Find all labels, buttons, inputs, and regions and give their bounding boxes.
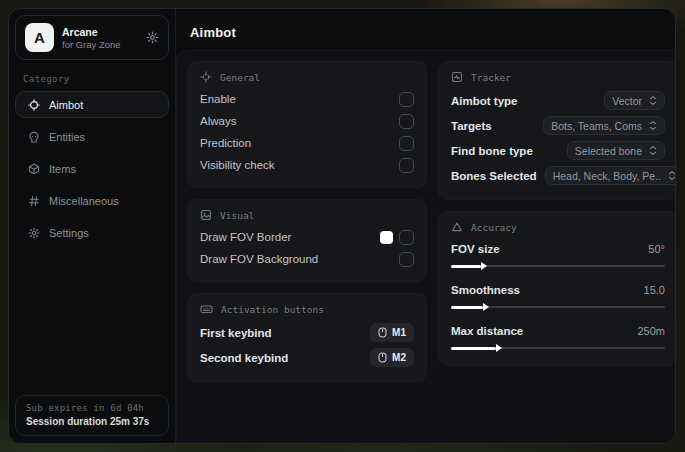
prediction-checkbox[interactable] (399, 136, 414, 151)
setting-row: Always (200, 110, 414, 132)
triangle-icon (451, 221, 463, 233)
smoothness-slider[interactable] (451, 303, 665, 311)
targets-dropdown[interactable]: Bots, Teams, Coms (543, 116, 665, 135)
dropdown-value: Head, Neck, Body, Pe.. (553, 170, 661, 182)
sidebar-item-label: Aimbot (49, 99, 83, 111)
always-checkbox[interactable] (399, 114, 414, 129)
visibility-check-checkbox[interactable] (399, 158, 414, 173)
skull-icon (28, 131, 40, 143)
draw-fov-border-checkbox[interactable] (399, 230, 414, 245)
dropdown-value: Selected bone (575, 145, 642, 157)
activation-buttons-card: Activation buttons First keybind M1 (187, 293, 427, 382)
radar-icon (451, 71, 463, 83)
accuracy-card: Accuracy FOV size 50° (438, 211, 676, 366)
setting-label: Draw FOV Border (200, 231, 291, 243)
setting-label: Aimbot type (451, 95, 517, 107)
color-swatch[interactable] (380, 231, 393, 244)
setting-row: Aimbot type Vector (451, 88, 665, 113)
title-bar: Aimbot (176, 9, 675, 50)
image-icon (200, 209, 212, 221)
page-title: Aimbot (190, 25, 236, 40)
card-title: Visual (220, 210, 254, 221)
find-bone-type-dropdown[interactable]: Selected bone (567, 141, 665, 160)
chevron-up-down-icon (668, 170, 676, 181)
aimbot-type-dropdown[interactable]: Vector (604, 91, 665, 110)
fov-size-slider[interactable] (451, 262, 665, 270)
setting-label: Draw FOV Background (200, 253, 318, 265)
crosshair-icon (200, 71, 212, 83)
dropdown-value: Vector (612, 95, 642, 107)
keybind-value: M1 (392, 327, 406, 338)
setting-row: Prediction (200, 132, 414, 154)
setting-row: Visibility check (200, 154, 414, 176)
chevron-up-down-icon (649, 120, 657, 131)
visual-card-header: Visual (200, 209, 414, 221)
keyboard-icon (200, 303, 213, 315)
smoothness-group: Smoothness 15.0 (451, 279, 665, 311)
draw-fov-background-checkbox[interactable] (399, 252, 414, 267)
card-title: General (220, 72, 260, 83)
tracker-card-header: Tracker (451, 71, 665, 83)
mouse-icon (378, 352, 387, 363)
chevron-up-down-icon (649, 145, 657, 156)
setting-row: Max distance 250m (451, 320, 665, 342)
brand-texts: Arcane for Gray Zone (62, 26, 138, 50)
gear-icon[interactable] (146, 31, 159, 44)
category-label: Category (23, 74, 161, 84)
first-keybind-button[interactable]: M1 (370, 323, 414, 342)
setting-row: Targets Bots, Teams, Coms (451, 113, 665, 138)
second-keybind-button[interactable]: M2 (370, 348, 414, 367)
sidebar-item-items[interactable]: Items (15, 155, 169, 182)
sidebar-nav: Aimbot Entities (15, 91, 169, 246)
sidebar-item-label: Miscellaneous (49, 195, 119, 207)
setting-row: Smoothness 15.0 (451, 279, 665, 301)
setting-label: Enable (200, 93, 236, 105)
enable-checkbox[interactable] (399, 92, 414, 107)
sidebar: A Arcane for Gray Zone Category (9, 9, 176, 443)
main-area: Aimbot General (176, 9, 675, 443)
app-window: A Arcane for Gray Zone Category (8, 8, 676, 444)
sub-expires-text: Sub expires in 6d 04h (26, 403, 158, 413)
keybind-value: M2 (392, 352, 406, 363)
general-card: General Enable Always Prediction (187, 61, 427, 188)
setting-row: Find bone type Selected bone (451, 138, 665, 163)
sidebar-item-label: Items (49, 163, 76, 175)
setting-label: Smoothness (451, 284, 520, 296)
subscription-card: Sub expires in 6d 04h Session duration 2… (15, 395, 169, 436)
hash-icon (28, 195, 40, 207)
setting-row: Draw FOV Background (200, 248, 414, 270)
right-column: Tracker Aimbot type Vector (438, 61, 676, 366)
sidebar-item-miscellaneous[interactable]: Miscellaneous (15, 187, 169, 214)
setting-row: Bones Selected Head, Neck, Body, Pe.. (451, 163, 665, 188)
setting-row: First keybind M1 (200, 320, 414, 345)
setting-row: FOV size 50° (451, 238, 665, 260)
sidebar-item-aimbot[interactable]: Aimbot (15, 91, 169, 118)
fov-size-group: FOV size 50° (451, 238, 665, 270)
bones-selected-dropdown[interactable]: Head, Neck, Body, Pe.. (545, 166, 676, 185)
sidebar-item-entities[interactable]: Entities (15, 123, 169, 150)
setting-label: Max distance (451, 325, 523, 337)
setting-row: Draw FOV Border (200, 226, 414, 248)
slider-fill (451, 306, 483, 309)
card-title: Tracker (471, 72, 511, 83)
smoothness-value: 15.0 (644, 284, 665, 296)
sidebar-item-settings[interactable]: Settings (15, 219, 169, 246)
sidebar-item-label: Entities (49, 131, 85, 143)
gear-icon (28, 227, 40, 239)
left-column: General Enable Always Prediction (187, 61, 427, 382)
card-title: Activation buttons (221, 304, 324, 315)
setting-label: Always (200, 115, 236, 127)
max-distance-slider[interactable] (451, 344, 665, 352)
visual-card: Visual Draw FOV Border Draw FOV Backgrou… (187, 199, 427, 282)
mouse-icon (378, 327, 387, 338)
setting-label: FOV size (451, 243, 500, 255)
setting-label: Targets (451, 120, 492, 132)
slider-fill (451, 347, 496, 350)
crosshair-icon (28, 99, 40, 111)
activation-card-header: Activation buttons (200, 303, 414, 315)
session-duration-text: Session duration 25m 37s (26, 416, 158, 427)
setting-label: Find bone type (451, 145, 533, 157)
chevron-up-down-icon (649, 95, 657, 106)
card-title: Accuracy (471, 222, 517, 233)
setting-row: Enable (200, 88, 414, 110)
